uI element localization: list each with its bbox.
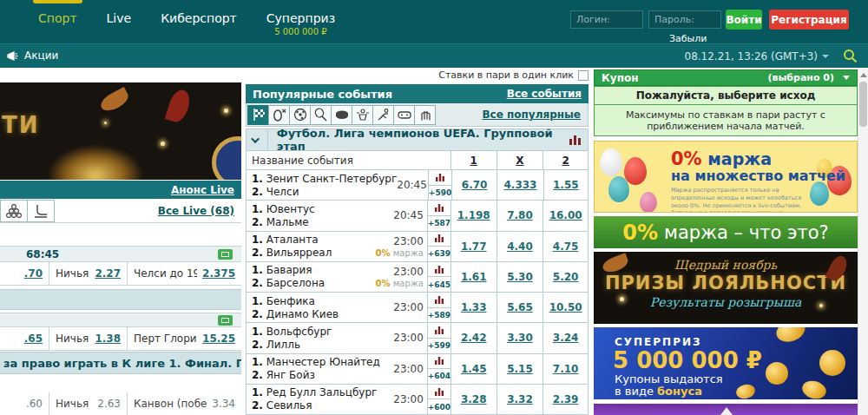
live-odd-cell[interactable]: .60 bbox=[0, 392, 49, 415]
statistics-cell[interactable]: +604 bbox=[428, 354, 451, 384]
column-2-header[interactable]: 2 bbox=[543, 151, 588, 169]
bottom-promo-banner[interactable] bbox=[594, 404, 858, 415]
all-live-link[interactable]: Все Live (68) bbox=[158, 205, 241, 217]
more-markets-link[interactable]: +645 bbox=[428, 277, 450, 292]
odd-cell-2[interactable]: 16.00 bbox=[543, 201, 588, 230]
stats-icon[interactable] bbox=[428, 232, 450, 247]
match-name-cell[interactable]: 1. Бавария2. Барселона 23:000% маржа bbox=[247, 262, 428, 292]
match-name-cell[interactable]: 1. Вольфсбург2. Лилль 23:00 bbox=[247, 323, 428, 352]
collapse-league-button[interactable] bbox=[247, 129, 268, 150]
odd-cell-x[interactable]: 3.32 bbox=[497, 385, 544, 414]
statistics-cell[interactable]: +599 bbox=[428, 323, 451, 352]
live-odd-cell[interactable]: Ничья2.63 bbox=[49, 392, 128, 415]
stats-icon[interactable] bbox=[429, 170, 451, 186]
zero-margin-banner[interactable]: 0% маржа на множество матчей Маржа распр… bbox=[594, 141, 858, 213]
all-popular-link[interactable]: Все популярные bbox=[482, 109, 588, 121]
league-statistics-button[interactable] bbox=[569, 135, 588, 145]
column-1-header[interactable]: 1 bbox=[451, 151, 497, 169]
scrollbar-thumb[interactable] bbox=[859, 82, 867, 127]
odd-cell-2[interactable]: 1.55 bbox=[544, 170, 588, 200]
odd-cell-1[interactable]: 1.45 bbox=[451, 354, 497, 384]
chevron-down-icon[interactable] bbox=[843, 76, 850, 80]
winter-sport-icon[interactable] bbox=[27, 200, 55, 222]
nav-superprize[interactable]: Суперприз 5 000 000 ₽ bbox=[266, 0, 335, 36]
odd-cell-x[interactable]: 4.333 bbox=[497, 170, 543, 200]
nav-esports[interactable]: Киберспорт bbox=[161, 0, 237, 36]
live-odd-cell[interactable]: .70 bbox=[0, 262, 49, 285]
odd-cell-2[interactable]: 2.39 bbox=[543, 385, 588, 414]
password-input[interactable] bbox=[648, 10, 721, 29]
match-name-cell[interactable]: 1. Аталанта2. Вильярреал 23:000% маржа bbox=[247, 232, 428, 261]
odd-cell-1[interactable]: 1.77 bbox=[451, 232, 497, 261]
live-odd-cell[interactable]: Ничья2.27 bbox=[49, 262, 128, 285]
tennis-icon[interactable] bbox=[310, 105, 332, 125]
live-odd-cell[interactable]: Челси до 19 (поб...2.375 bbox=[128, 262, 241, 285]
stats-icon[interactable] bbox=[428, 323, 450, 339]
stats-icon[interactable] bbox=[428, 262, 450, 278]
football-icon[interactable] bbox=[289, 105, 311, 125]
match-name-cell[interactable]: 1. Ювентус2. Мальме 20:45 bbox=[247, 201, 428, 230]
more-markets-link[interactable]: +590 bbox=[429, 186, 451, 201]
odd-cell-1[interactable]: 6.70 bbox=[452, 170, 497, 200]
vertical-scrollbar[interactable] bbox=[858, 68, 868, 415]
stats-icon[interactable] bbox=[428, 385, 450, 400]
billiards-icon[interactable] bbox=[0, 200, 28, 222]
coupon-header[interactable]: Купон (выбрано 0) bbox=[594, 69, 858, 86]
odd-cell-x[interactable]: 3.30 bbox=[497, 323, 544, 352]
statistics-cell[interactable]: +600 bbox=[428, 385, 451, 414]
more-markets-link[interactable]: +604 bbox=[428, 369, 450, 384]
match-name-cell[interactable]: 1. Зенит Санкт-Петербург2. Челси 20:45 bbox=[247, 170, 429, 200]
zero-margin-icon[interactable] bbox=[268, 105, 290, 125]
broadcast-badge[interactable] bbox=[218, 315, 233, 326]
match-name-cell[interactable]: 1. Бенфика2. Динамо Киев 23:00 bbox=[247, 293, 428, 322]
statistics-cell[interactable]: +587 bbox=[428, 201, 451, 230]
odd-cell-1[interactable]: 1.33 bbox=[451, 293, 497, 322]
more-markets-link[interactable]: +589 bbox=[428, 308, 450, 323]
odd-cell-2[interactable]: 7.10 bbox=[543, 354, 588, 384]
statistics-cell[interactable]: +589 bbox=[428, 293, 451, 322]
datetime-selector[interactable]: 08.12.21, 13:26 (GMT+3) bbox=[685, 50, 830, 63]
loyalty-promo-banner-left[interactable]: ТИ bbox=[0, 82, 241, 180]
checkered-flag-icon[interactable] bbox=[247, 105, 269, 125]
odd-cell-2[interactable]: 10.50 bbox=[543, 293, 588, 322]
nav-live[interactable]: Live bbox=[107, 0, 132, 36]
live-odd-cell[interactable]: Ничья1.38 bbox=[49, 327, 128, 350]
register-button[interactable]: Регистрация bbox=[769, 10, 849, 30]
promotions-link[interactable]: Акции bbox=[7, 49, 58, 62]
odd-cell-x[interactable]: 5.30 bbox=[497, 262, 544, 292]
live-odd-cell[interactable]: Перт Глори (поб...15.25 bbox=[128, 327, 241, 350]
superprize-banner[interactable]: СУПЕРПРИЗ 5 000 000 ₽ Купоны выдаются в … bbox=[594, 327, 858, 399]
match-name-cell[interactable]: 1. Манчестер Юнайтед2. Янг Бойз 23:00 bbox=[247, 354, 428, 384]
search-button[interactable] bbox=[843, 49, 858, 63]
broadcast-badge[interactable] bbox=[218, 249, 233, 260]
odd-cell-x[interactable]: 5.65 bbox=[497, 293, 544, 322]
one-click-checkbox[interactable] bbox=[578, 70, 589, 81]
live-odd-cell[interactable]: Канвон (победа)3.34 bbox=[128, 392, 241, 415]
odd-cell-2[interactable]: 5.20 bbox=[543, 262, 588, 292]
esports-icon[interactable] bbox=[393, 105, 415, 125]
odd-cell-x[interactable]: 4.40 bbox=[497, 232, 544, 261]
live-league-header[interactable] bbox=[0, 289, 241, 310]
statistics-cell[interactable]: +639 bbox=[428, 232, 451, 261]
match-name-cell[interactable]: 1. Ред Булл Зальцбург2. Севилья 23:00 bbox=[247, 385, 428, 414]
margin-explainer-banner[interactable]: 0% маржа – что это? bbox=[594, 216, 858, 248]
odd-cell-2[interactable]: 4.75 bbox=[543, 232, 588, 261]
column-x-header[interactable]: X bbox=[497, 151, 544, 169]
more-markets-link[interactable]: +600 bbox=[428, 399, 450, 414]
odd-cell-x[interactable]: 5.15 bbox=[497, 354, 544, 384]
odd-cell-1[interactable]: 2.42 bbox=[451, 323, 497, 352]
stats-icon[interactable] bbox=[428, 293, 450, 308]
stats-icon[interactable] bbox=[428, 354, 450, 370]
odd-cell-1[interactable]: 1.198 bbox=[451, 201, 497, 230]
odd-cell-1[interactable]: 3.28 bbox=[451, 385, 497, 414]
all-events-link[interactable]: Все события bbox=[507, 88, 582, 100]
more-markets-link[interactable]: +639 bbox=[428, 247, 450, 261]
statistics-cell[interactable]: +645 bbox=[428, 262, 451, 292]
more-markets-link[interactable]: +599 bbox=[428, 339, 450, 353]
basketball-icon[interactable] bbox=[352, 105, 373, 125]
scroll-up-arrow-icon[interactable] bbox=[858, 69, 868, 80]
announce-live-link[interactable]: Анонс Live bbox=[171, 184, 234, 196]
more-markets-link[interactable]: +587 bbox=[428, 216, 450, 231]
login-button[interactable]: Войти bbox=[726, 10, 762, 30]
stats-icon[interactable] bbox=[428, 201, 450, 216]
